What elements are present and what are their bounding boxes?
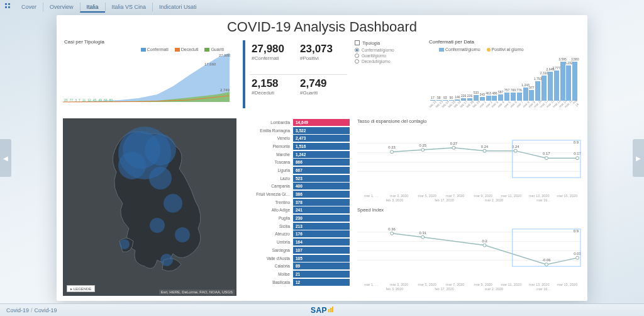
confermati-date-chart[interactable]: 17feb 2258feb 2393feb 2490feb 25146feb 2… [428,53,581,110]
kpi-guariti: 2,749#Guariti [299,74,347,108]
region-row[interactable]: Alto Adige241 [243,206,350,215]
confermati-date-title: Confermati per Data [428,38,581,47]
region-row[interactable]: Emilia Romagna3,522 [243,127,350,135]
page-title: COVID-19 Analysis Dashboard [57,15,587,37]
svg-point-22 [514,149,517,152]
region-row[interactable]: Sicilia213 [243,222,350,230]
region-row[interactable]: Marche1,242 [243,150,350,159]
svg-point-10 [175,227,190,242]
svg-point-21 [483,149,486,152]
casi-panel: Casi per Tipologia Confermati Deceduti G… [63,38,236,113]
svg-text:0.9: 0.9 [574,229,579,233]
svg-point-20 [452,146,455,149]
region-row[interactable]: Campania400 [243,183,350,191]
region-row[interactable]: Toscana866 [243,158,350,166]
svg-text:0.24: 0.24 [512,145,519,149]
swatch-icon [487,48,491,52]
tab-italia-vs-cina[interactable]: Italia VS Cina [105,3,153,11]
region-row[interactable]: Sardegna107 [243,246,350,254]
svg-point-19 [421,149,425,152]
radio-decedutigiorno[interactable]: Deceduti/giorno [355,59,424,64]
svg-point-41 [545,263,548,266]
svg-point-8 [164,194,182,213]
region-row[interactable]: Molise21 [243,270,350,278]
radio-confermatigiorno[interactable]: Confermati/giorno [355,47,424,53]
legend-toggle-button[interactable]: LEGENDE [67,285,95,292]
svg-text:0.36: 0.36 [388,227,396,231]
swatch-icon [439,48,444,52]
tab-italia[interactable]: Italia [80,3,105,13]
svg-point-6 [118,152,146,179]
breadcrumb[interactable]: Covid-19/Covid-19 [6,307,57,313]
svg-point-18 [391,150,394,154]
sap-logo: SAP [311,305,333,315]
speed-chart[interactable]: Speed Index 0.90.360.310.2-0.060.03 mar … [357,207,581,292]
region-row[interactable]: Lombardia14,649 [243,118,350,127]
kpi-confermati: 27,980#Confermati [250,40,299,74]
dashboard-stage: COVID-19 Analysis Dashboard Casi per Tip… [57,15,587,301]
casi-title: Casi per Tipologia [63,38,236,47]
svg-point-9 [150,218,165,233]
svg-point-24 [576,157,579,160]
svg-text:0.31: 0.31 [419,231,426,235]
tab-overview[interactable]: Overview [43,3,80,11]
tab-cover[interactable]: Cover [15,3,43,11]
casi-chart[interactable]: 17,660 27,980 2,749 207737111245496983 [63,52,236,106]
confermati-date-panel: Confermati per Data Confermati/giorno Po… [428,38,581,113]
region-row[interactable]: Lazio523 [243,174,350,183]
region-row[interactable]: Puglia230 [243,214,350,222]
region-row[interactable]: Basilicata12 [243,278,350,286]
svg-point-42 [576,256,579,259]
svg-point-11 [160,254,173,266]
regions-table: Lombardia14,649Emilia Romagna3,522Veneto… [243,118,350,296]
svg-text:2,749: 2,749 [220,88,230,92]
svg-point-23 [545,157,548,160]
page-next-button[interactable]: ▶ [633,139,644,177]
svg-text:17,660: 17,660 [204,62,216,66]
svg-text:0.25: 0.25 [419,144,426,147]
svg-text:0.27: 0.27 [450,142,458,145]
svg-point-38 [391,232,394,235]
top-nav: CoverOverviewItaliaItalia VS CinaIndicat… [0,0,644,13]
page-prev-button[interactable]: ◀ [0,139,11,177]
tipologia-selector: Tipologia Confermati/giornoGuariti/giorn… [355,40,424,64]
tab-indicatori-usati[interactable]: Indicatori Usati [152,3,203,11]
kpi-deceduti: 2,158#Deceduti [250,74,299,108]
region-row[interactable]: Piemonte1,516 [243,142,350,150]
svg-text:0.17: 0.17 [574,152,581,155]
svg-text:0.23: 0.23 [388,145,396,149]
region-row[interactable]: Abruzzo176 [243,230,350,239]
svg-point-40 [483,244,486,247]
svg-point-5 [145,134,176,166]
region-row[interactable]: Friuli Venezia Gi…386 [243,190,350,198]
svg-point-39 [421,235,425,239]
region-row[interactable]: Umbria164 [243,238,350,246]
svg-text:0.24: 0.24 [481,145,489,149]
region-row[interactable]: Trentino378 [243,198,350,206]
kpi-grid: 27,980#Confermati 23,073#Positivi 2,158#… [243,40,347,108]
casi-legend: Confermati Deceduti Guariti [63,47,236,52]
right-charts: Tasso di espansione del contagio 0.90.23… [357,118,581,296]
svg-text:-0.06: -0.06 [542,258,551,262]
tasso-chart[interactable]: Tasso di espansione del contagio 0.90.23… [357,118,581,203]
region-row[interactable]: Valle d'Aosta105 [243,254,350,262]
svg-text:0.9: 0.9 [574,140,579,144]
svg-text:0.2: 0.2 [482,239,487,243]
svg-text:27,980: 27,980 [219,54,231,57]
italy-map[interactable]: LEGENDE Esri, HERE, DeLorme, FAO, NOAA, … [63,118,236,296]
svg-text:0.03: 0.03 [574,252,581,256]
region-row[interactable]: Calabria89 [243,262,350,270]
region-row[interactable]: Liguria667 [243,166,350,174]
radio-guaritigiorno[interactable]: Guariti/giorno [355,53,424,59]
map-credits: Esri, HERE, DeLorme, FAO, NOAA, USGS [159,290,235,295]
kpi-positivi: 23,073#Positivi [299,40,347,74]
svg-point-12 [119,239,130,249]
filter-icon [355,40,360,45]
svg-point-7 [149,167,172,189]
region-row[interactable]: Veneto2,473 [243,134,350,142]
bottom-bar: Covid-19/Covid-19 SAP [0,303,644,316]
svg-text:0.17: 0.17 [543,152,550,155]
menu-icon[interactable] [5,3,11,9]
